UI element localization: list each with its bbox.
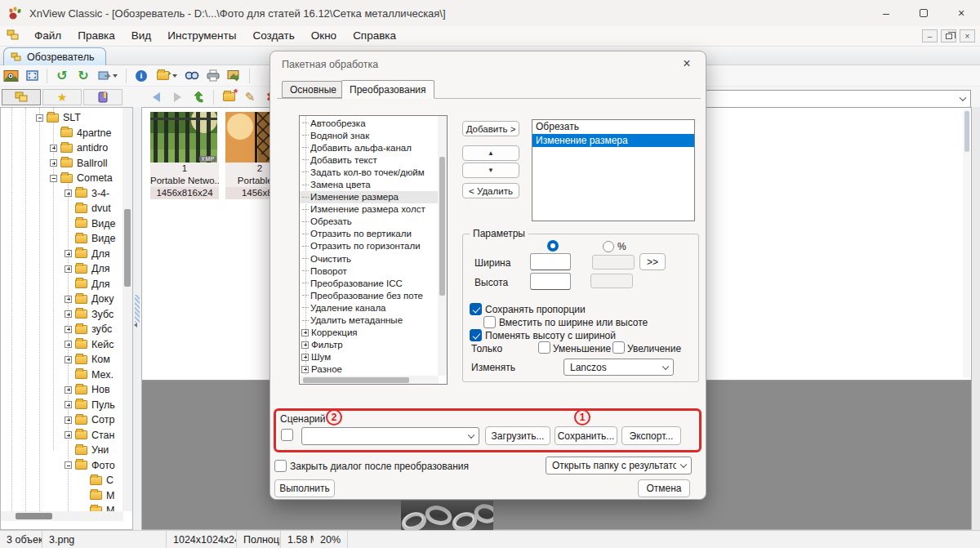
splitter-handle[interactable] [135,295,140,323]
transformation-item[interactable]: Разное [300,363,439,376]
transformation-item[interactable]: Изменение размера [300,191,439,203]
result-action-combobox[interactable]: Открыть папку с результатом [546,457,692,474]
tree-node[interactable]: Доку [1,292,123,307]
group-expander-icon[interactable] [301,366,309,373]
transformation-item[interactable]: Отразить по горизонтали [300,240,439,252]
mdi-restore-button[interactable] [941,29,956,42]
convert-dropdown-arrow[interactable] [113,74,118,78]
tree-node[interactable]: Виде [1,231,123,247]
print-icon[interactable] [203,67,224,85]
open-with-dropdown-arrow[interactable] [172,74,177,78]
tree-node[interactable]: Мех. [1,368,123,383]
menu-item[interactable]: Файл [26,26,69,46]
tree-node[interactable]: Нов [1,382,123,398]
tree-expander-icon[interactable] [65,386,72,394]
info-icon[interactable]: i [131,67,152,85]
cancel-button[interactable]: Отмена [638,479,690,497]
tree-vertical-scrollbar[interactable] [122,108,132,511]
transformation-item[interactable]: Автообрезка [300,117,439,129]
add-transformation-button[interactable]: Добавить > [462,121,519,136]
tree-node[interactable]: Стан [1,428,123,443]
rotate-right-icon[interactable]: ↻ [73,67,94,85]
menu-item[interactable]: Окно [303,26,345,46]
more-sizes-button[interactable]: >> [639,253,666,270]
group-expander-icon[interactable] [301,329,309,336]
maximize-button[interactable] [905,0,942,26]
up-level-icon[interactable] [188,88,209,106]
panel-tab-folders[interactable] [2,89,41,105]
tree-node[interactable]: Для [1,277,123,292]
scrollbar-thumb[interactable] [124,209,131,287]
transformation-item[interactable]: Замена цвета [300,178,439,190]
tree-node[interactable]: зубс [1,322,123,337]
tree-expander-icon[interactable] [50,159,57,167]
transformation-item[interactable]: Преобразование ICC [300,277,439,289]
tree-node[interactable]: Ballroll [1,156,123,172]
search-icon[interactable] [181,67,203,85]
tree-expander-icon[interactable] [65,326,72,333]
scenario-checkbox[interactable] [281,429,293,441]
move-down-button[interactable]: ▼ [462,163,519,178]
scrollbar-thumb[interactable] [439,157,445,296]
transformation-item[interactable]: Удалить метаданные [300,314,439,327]
tree-expander-icon[interactable] [65,250,72,257]
tree-node[interactable]: Пуль [1,398,123,413]
height-input[interactable] [530,273,571,290]
mdi-minimize-button[interactable]: – [922,29,938,42]
mdi-close-button[interactable]: × [960,29,975,42]
tree-node[interactable]: Виде [1,216,123,232]
transformation-item[interactable]: Удаление канала [300,301,439,314]
tree-node[interactable]: SLT [1,110,123,126]
transformation-item[interactable]: Очистить [300,252,439,265]
dialog-tab-transformations[interactable]: Преобразования [341,80,434,99]
applied-transformation-item[interactable]: Обрезать [532,120,694,134]
tree-node[interactable]: Кейс [1,337,123,353]
fit-checkbox[interactable] [483,316,496,328]
tree-node[interactable]: Cometa [1,171,123,186]
move-up-button[interactable]: ▲ [462,145,519,161]
tree-node[interactable]: Уни [1,443,123,458]
group-expander-icon[interactable] [301,341,309,349]
tree-expander-icon[interactable] [65,356,72,363]
load-scenario-button[interactable]: Загрузить... [485,426,550,445]
tree-expander-icon[interactable] [65,189,72,197]
keep-ratio-checkbox[interactable] [470,303,482,315]
menu-item[interactable]: Вид [123,26,159,46]
transformation-item[interactable]: Фильтр [300,339,439,351]
transformation-item[interactable]: Коррекция [300,327,439,339]
tree-node[interactable]: Для [1,261,123,277]
panel-tab-categories[interactable] [83,89,122,105]
rotate-left-icon[interactable]: ↺ [51,67,73,85]
list-horizontal-scrollbar[interactable] [300,376,439,384]
tree-node[interactable]: Для [1,247,123,262]
tree-expander-icon[interactable] [65,417,72,424]
scenario-combobox[interactable] [301,427,479,445]
back-icon[interactable] [145,88,167,106]
menu-item[interactable]: Справка [345,26,404,46]
percent-radio[interactable] [603,241,614,252]
fullscreen-icon[interactable] [21,67,42,85]
new-folder-icon[interactable]: * [218,88,239,106]
tree-expander-icon[interactable] [50,145,57,152]
tree-horizontal-scrollbar[interactable] [1,511,123,521]
tree-expander-icon[interactable] [65,431,72,439]
tree-expander-icon[interactable] [65,341,72,348]
export-scenario-button[interactable]: Экспорт... [621,426,681,445]
open-with-icon[interactable] [152,67,181,85]
tree-node[interactable]: 4partne [1,126,123,141]
minimize-button[interactable]: – [867,0,905,26]
tree-node[interactable]: Зубс [1,307,123,323]
transformation-item[interactable]: Добавить альфа-канал [300,141,439,154]
tree-expander-icon[interactable] [65,296,72,303]
transformation-item[interactable]: Изменение размера холст [300,203,439,216]
transformation-item[interactable]: Преобразование без поте [300,289,439,301]
menu-item[interactable]: Правка [69,26,123,46]
transformation-item[interactable]: Поворот [300,265,439,277]
tree-expander-icon[interactable] [36,114,43,122]
applied-transformation-item[interactable]: Изменение размера [532,134,694,148]
scrollbar-thumb[interactable] [303,377,409,383]
tree-node[interactable]: С [1,473,123,488]
transformation-item[interactable]: Отразить по вертикали [300,228,439,240]
tree-node[interactable]: Фото [1,458,123,474]
thumbnail-item[interactable]: XMP 1 Portable Netwo... 1456x816x24 [150,112,219,199]
